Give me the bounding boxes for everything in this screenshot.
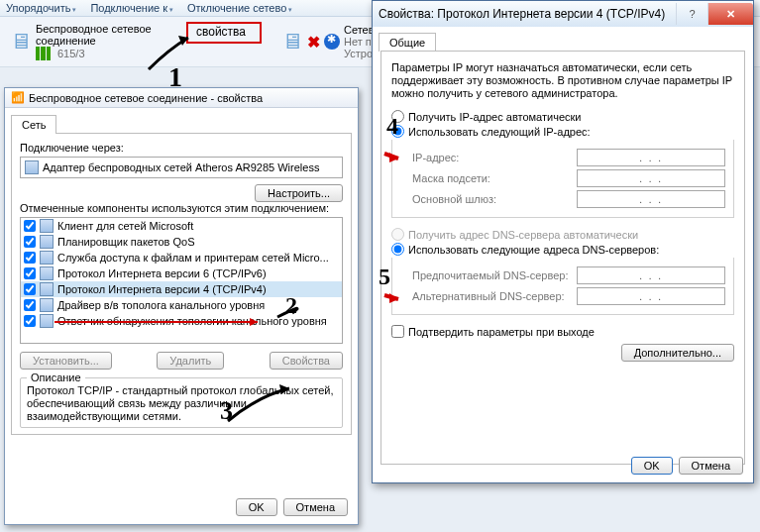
radio xyxy=(391,228,404,241)
label-used-components: Отмеченные компоненты используются этим … xyxy=(20,202,343,214)
checkbox[interactable] xyxy=(24,283,36,295)
dialog2-title: Свойства: Протокол Интернета версии 4 (T… xyxy=(379,7,665,21)
client-icon xyxy=(40,219,54,233)
cancel-button[interactable]: Отмена xyxy=(679,457,743,475)
item-label: Планировщик пакетов QoS xyxy=(57,236,195,248)
menu-disconnect[interactable]: Отключение сетево xyxy=(187,2,292,14)
tab-network[interactable]: Сеть xyxy=(11,115,56,134)
protocol-icon xyxy=(40,282,54,296)
tab-panel-general: Параметры IP могут назначаться автоматич… xyxy=(380,51,745,465)
list-item[interactable]: Клиент для сетей Microsoft xyxy=(21,218,342,234)
cancel-button[interactable]: Отмена xyxy=(283,498,348,516)
menu-organize[interactable]: Упорядочить xyxy=(6,2,76,14)
dialog-ipv4-properties: Свойства: Протокол Интернета версии 4 (T… xyxy=(372,0,754,483)
radio-label: Получить адрес DNS-сервера автоматически xyxy=(408,229,638,241)
driver-icon xyxy=(40,298,54,312)
checkbox[interactable] xyxy=(391,325,404,338)
list-item[interactable]: Планировщик пакетов QoS xyxy=(21,234,342,250)
properties-button[interactable]: Свойства xyxy=(270,352,343,370)
input-ip[interactable]: . . . xyxy=(577,149,725,166)
checkbox[interactable] xyxy=(24,267,36,279)
bluetooth-icon xyxy=(324,34,340,50)
tile-wifi-sub: 615/3 xyxy=(57,48,85,59)
tab-strip: Сеть xyxy=(5,108,358,133)
help-button[interactable]: ? xyxy=(676,3,707,25)
description-box: Описание Протокол TCP/IP - стандартный п… xyxy=(20,377,343,428)
radio-auto-ip[interactable]: Получить IP-адрес автоматически xyxy=(391,110,734,123)
item-label: Драйвер в/в тополога канального уровня xyxy=(57,299,265,311)
radio-label: Использовать следующий IP-адрес: xyxy=(408,126,591,138)
label-connect-via: Подключение через: xyxy=(20,142,343,154)
row-mask: Маска подсети: . . . xyxy=(412,169,725,187)
tile-wifi-title: Беспроводное сетевое xyxy=(36,23,152,35)
radio-manual-dns[interactable]: Использовать следующие адреса DNS-сервер… xyxy=(391,243,734,256)
tab-strip2: Общие xyxy=(373,27,753,51)
adapter-name: Адаптер беспроводных сетей Atheros AR928… xyxy=(43,161,319,173)
ok-button[interactable]: OK xyxy=(631,457,673,475)
radio-auto-dns: Получить адрес DNS-сервера автоматически xyxy=(391,228,734,241)
list-item[interactable]: Протокол Интернета версии 6 (TCP/IPv6) xyxy=(21,266,342,281)
tile-wifi-title2: соединение xyxy=(36,35,152,47)
intro-text: Параметры IP могут назначаться автоматич… xyxy=(391,61,734,100)
input-mask[interactable]: . . . xyxy=(577,169,725,187)
check-label: Подтвердить параметры при выходе xyxy=(408,326,595,338)
dialog2-titlebar[interactable]: Свойства: Протокол Интернета версии 4 (T… xyxy=(373,1,753,27)
menu-connect[interactable]: Подключение к xyxy=(90,2,173,14)
dialog1-title: Беспроводное сетевое соединение - свойст… xyxy=(29,92,263,104)
antenna-icon: 📶 xyxy=(11,91,25,104)
x-icon: ✖ xyxy=(307,33,320,52)
tab-general[interactable]: Общие xyxy=(379,33,436,52)
protocol-icon xyxy=(40,266,54,280)
checkbox[interactable] xyxy=(24,220,36,232)
item-label: Протокол Интернета версии 6 (TCP/IPv6) xyxy=(57,267,267,279)
list-item[interactable]: Ответчик обнаружения топологии канальног… xyxy=(21,313,342,329)
list-item[interactable]: Служба доступа к файлам и принтерам сете… xyxy=(21,250,342,266)
label-dns2: Альтернативный DNS-сервер: xyxy=(412,290,565,302)
item-label: Протокол Интернета версии 4 (TCP/IPv4) xyxy=(57,283,267,295)
install-button[interactable]: Установить... xyxy=(20,352,112,370)
monitor-icon: 🖥 xyxy=(10,29,32,54)
label-dns1: Предпочитаемый DNS-сервер: xyxy=(412,269,568,281)
radio-label: Получить IP-адрес автоматически xyxy=(408,111,581,123)
radio[interactable] xyxy=(391,125,404,138)
radio-label: Использовать следующие адреса DNS-сервер… xyxy=(408,244,659,256)
row-dns1: Предпочитаемый DNS-сервер: . . . xyxy=(412,266,725,284)
component-list[interactable]: Клиент для сетей Microsoft Планировщик п… xyxy=(20,217,343,344)
item-label: Клиент для сетей Microsoft xyxy=(57,220,193,232)
checkbox[interactable] xyxy=(24,252,36,264)
label-gateway: Основной шлюз: xyxy=(412,193,496,205)
configure-button[interactable]: Настроить... xyxy=(255,184,343,202)
advanced-button[interactable]: Дополнительно... xyxy=(621,344,734,362)
dialog1-titlebar: 📶 Беспроводное сетевое соединение - свой… xyxy=(5,88,358,108)
dialog-connection-properties: 📶 Беспроводное сетевое соединение - свой… xyxy=(4,87,359,525)
list-item[interactable]: Драйвер в/в тополога канального уровня xyxy=(21,297,342,313)
dns-fields: Предпочитаемый DNS-сервер: . . . Альтерн… xyxy=(391,258,734,315)
service-icon xyxy=(40,251,54,265)
checkbox[interactable] xyxy=(24,299,36,311)
input-gateway[interactable]: . . . xyxy=(577,190,725,208)
driver-icon xyxy=(40,314,54,328)
row-ip: IP-адрес: . . . xyxy=(412,149,725,166)
description-text: Протокол TCP/IP - стандартный протокол г… xyxy=(27,384,336,423)
service-icon xyxy=(40,235,54,249)
uninstall-button[interactable]: Удалить xyxy=(157,352,224,370)
radio[interactable] xyxy=(391,110,404,123)
input-dns1[interactable]: . . . xyxy=(577,266,725,284)
ok-button[interactable]: OK xyxy=(236,498,277,516)
row-dns2: Альтернативный DNS-сервер: . . . xyxy=(412,287,725,305)
checkbox-confirm-exit[interactable]: Подтвердить параметры при выходе xyxy=(391,325,734,338)
adapter-box[interactable]: Адаптер беспроводных сетей Atheros AR928… xyxy=(20,157,343,178)
tab-panel-network: Подключение через: Адаптер беспроводных … xyxy=(11,133,352,435)
close-button[interactable]: ✕ xyxy=(707,3,753,25)
checkbox[interactable] xyxy=(24,315,36,327)
monitor-icon: 🖥 xyxy=(281,29,303,54)
checkbox[interactable] xyxy=(24,236,36,248)
ip-fields: IP-адрес: . . . Маска подсети: . . . Осн… xyxy=(391,140,734,218)
input-dns2[interactable]: . . . xyxy=(577,287,725,305)
properties-label: свойства xyxy=(196,25,246,39)
signal-icon xyxy=(36,47,54,60)
radio[interactable] xyxy=(391,243,404,256)
radio-manual-ip[interactable]: Использовать следующий IP-адрес: xyxy=(391,125,734,138)
tile-wifi[interactable]: 🖥 Беспроводное сетевое соединение 615/3 … xyxy=(6,21,273,62)
list-item-selected[interactable]: Протокол Интернета версии 4 (TCP/IPv4) xyxy=(21,281,342,297)
